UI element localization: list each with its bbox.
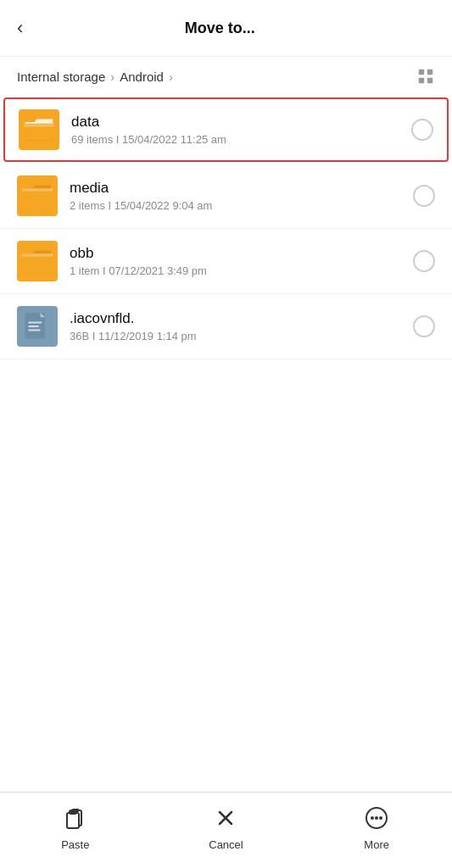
svg-rect-1 bbox=[427, 70, 432, 75]
breadcrumb-sep-1: › bbox=[110, 70, 114, 84]
svg-rect-4 bbox=[24, 125, 54, 141]
svg-rect-3 bbox=[427, 78, 432, 83]
file-item-data[interactable]: data 69 items I 15/04/2022 11:25 am bbox=[3, 97, 449, 162]
file-meta-data: 69 items I 15/04/2022 11:25 am bbox=[71, 133, 403, 146]
breadcrumb-internal-storage[interactable]: Internal storage bbox=[17, 70, 105, 84]
svg-rect-9 bbox=[28, 326, 39, 327]
radio-iacovnfld[interactable] bbox=[413, 315, 435, 337]
breadcrumb-sep-2: › bbox=[169, 70, 173, 84]
file-info-data: data 69 items I 15/04/2022 11:25 am bbox=[71, 114, 403, 146]
folder-icon-data bbox=[19, 109, 59, 150]
breadcrumb: Internal storage › Android › bbox=[0, 57, 452, 96]
paste-icon bbox=[59, 801, 92, 835]
file-item-media[interactable]: media 2 items I 15/04/2022 9:04 am bbox=[0, 164, 452, 229]
radio-data[interactable] bbox=[411, 119, 433, 141]
file-icon-iacovnfld bbox=[17, 306, 58, 347]
svg-rect-0 bbox=[419, 70, 424, 75]
cancel-action[interactable]: Cancel bbox=[196, 801, 255, 851]
breadcrumb-android[interactable]: Android bbox=[120, 70, 164, 84]
file-name-data: data bbox=[71, 114, 403, 131]
more-icon bbox=[360, 801, 393, 835]
svg-rect-8 bbox=[28, 322, 42, 324]
file-info-iacovnfld: .iacovnfld. 36B I 11/12/2019 1:14 pm bbox=[70, 310, 405, 342]
folder-icon-obb bbox=[17, 241, 58, 281]
svg-point-22 bbox=[379, 816, 382, 820]
file-meta-iacovnfld: 36B I 11/12/2019 1:14 pm bbox=[70, 330, 405, 342]
folder-shape-icon bbox=[22, 181, 53, 211]
page-title: Move to... bbox=[30, 19, 435, 37]
more-label: More bbox=[364, 838, 389, 851]
svg-rect-16 bbox=[70, 811, 76, 815]
paste-label: Paste bbox=[61, 838, 89, 851]
folder-shape-icon bbox=[24, 114, 54, 145]
file-doc-icon bbox=[22, 311, 53, 342]
more-action[interactable]: More bbox=[347, 801, 406, 851]
folder-shape-icon bbox=[22, 246, 53, 276]
folder-icon-media bbox=[17, 175, 58, 216]
radio-obb[interactable] bbox=[413, 250, 435, 272]
svg-point-21 bbox=[375, 816, 378, 820]
back-button[interactable]: ‹ bbox=[17, 14, 30, 42]
file-name-obb: obb bbox=[70, 245, 405, 262]
svg-point-20 bbox=[371, 816, 374, 820]
paste-action[interactable]: Paste bbox=[46, 801, 105, 851]
cancel-label: Cancel bbox=[209, 838, 243, 851]
svg-rect-2 bbox=[419, 78, 424, 83]
grid-icon bbox=[416, 67, 435, 86]
file-meta-obb: 1 item I 07/12/2021 3:49 pm bbox=[70, 264, 405, 277]
cancel-icon bbox=[209, 801, 243, 835]
file-item-iacovnfld[interactable]: .iacovnfld. 36B I 11/12/2019 1:14 pm bbox=[0, 294, 452, 359]
file-list: data 69 items I 15/04/2022 11:25 am medi… bbox=[0, 96, 452, 792]
file-item-obb[interactable]: obb 1 item I 07/12/2021 3:49 pm bbox=[0, 229, 452, 294]
file-name-iacovnfld: .iacovnfld. bbox=[70, 310, 405, 327]
file-info-media: media 2 items I 15/04/2022 9:04 am bbox=[70, 180, 405, 212]
svg-rect-10 bbox=[28, 330, 40, 331]
radio-media[interactable] bbox=[413, 185, 435, 207]
file-meta-media: 2 items I 15/04/2022 9:04 am bbox=[70, 199, 405, 212]
header: ‹ Move to... bbox=[0, 0, 452, 57]
svg-rect-15 bbox=[67, 813, 79, 828]
file-info-obb: obb 1 item I 07/12/2021 3:49 pm bbox=[70, 245, 405, 277]
grid-view-button[interactable] bbox=[416, 67, 435, 86]
file-name-media: media bbox=[70, 180, 405, 197]
bottom-bar: Paste Cancel More bbox=[0, 792, 452, 868]
